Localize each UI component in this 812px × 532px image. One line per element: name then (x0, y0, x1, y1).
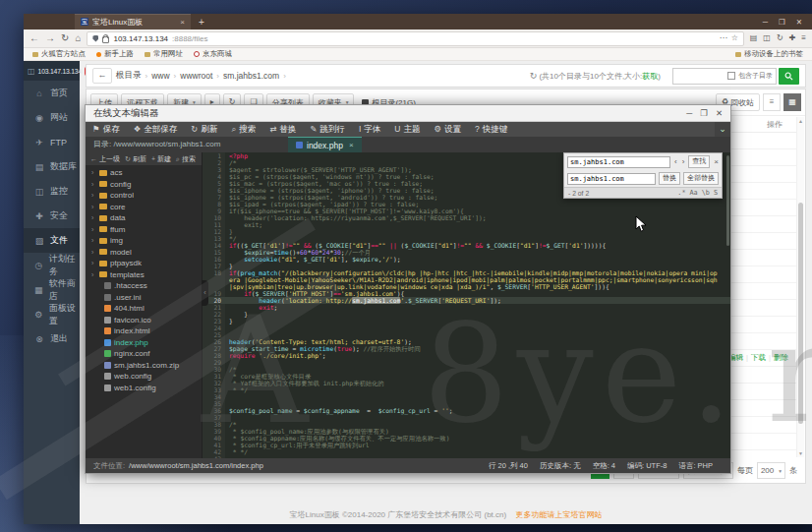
replace-all-button[interactable]: 全部替换 (683, 172, 719, 185)
tree-file[interactable]: favicon.ico (86, 315, 202, 326)
tab-close-icon[interactable]: × (349, 141, 354, 149)
back-button[interactable]: ← (92, 68, 112, 84)
tree-folder[interactable]: ›img (86, 235, 202, 247)
tree-file[interactable]: index.html (86, 325, 202, 337)
sidebar-item-settings[interactable]: ⚙面板设置 (24, 302, 80, 326)
breadcrumb-item[interactable]: wwwroot (180, 71, 212, 81)
editor-tool-replace[interactable]: ⇄替换 (262, 122, 303, 137)
code-line[interactable]: 37 (203, 414, 730, 421)
code-line[interactable]: 36$config_pool_name = $config_appname = … (203, 407, 730, 414)
reload-icon[interactable]: ↻ (61, 33, 69, 43)
code-line[interactable]: 21 exit; (203, 304, 730, 311)
tree-folder[interactable]: ›data (86, 212, 202, 224)
tree-file[interactable]: .htaccess (86, 280, 202, 292)
editor-tool-hotkey[interactable]: ?快捷键 (468, 122, 514, 137)
find-input[interactable] (567, 156, 670, 168)
minimize-icon[interactable]: ─ (763, 18, 768, 27)
bookmark-star-icon[interactable]: ☆ (731, 34, 738, 42)
code-line[interactable]: 25 (203, 331, 730, 338)
sidebar-item-security[interactable]: ✚安全 (24, 204, 80, 228)
sidebar-item-files[interactable]: ▨文件 (24, 228, 80, 253)
breadcrumb-item[interactable]: 根目录 (116, 70, 142, 82)
bookmark-item[interactable]: 新手上路 (96, 49, 134, 59)
library-icon[interactable]: ▤ (750, 34, 758, 42)
language-status[interactable]: 语言: PHP (678, 461, 713, 471)
tree-file[interactable]: web.config (86, 371, 202, 383)
editor-tool-save-all[interactable]: ❖全部保存 (127, 122, 185, 137)
sidebar-item-ftp[interactable]: ✈FTP (24, 130, 80, 154)
tree-folder[interactable]: ›model (86, 247, 202, 259)
menu-icon[interactable]: ≡ (801, 34, 806, 42)
find-button[interactable]: 查找 (688, 155, 710, 168)
code-line[interactable]: 11 exit; (203, 221, 730, 228)
editor-close-icon[interactable]: ✕ (716, 108, 723, 118)
file-op-link[interactable]: 下载 (751, 353, 766, 363)
tree-folder[interactable]: ›config (86, 179, 202, 191)
url-bar[interactable]: 103.147.13.134 :8888/files ⋯ ☆ (87, 31, 743, 46)
editor-tool-theme[interactable]: U主题 (387, 122, 427, 137)
breadcrumb-item[interactable]: sm.jahbs1.com (223, 71, 279, 81)
code-line[interactable]: 16 setcookie("d1", $_GET['d1'], $expire,… (203, 256, 730, 263)
sidebar-item-logout[interactable]: ⊗退出 (24, 326, 80, 351)
sidebar-item-database[interactable]: ▤数据库 (24, 154, 80, 179)
code-line[interactable]: 28require './core/init.php'; (203, 352, 730, 359)
find-next-icon[interactable]: › (681, 157, 686, 166)
bookmark-mobile[interactable]: 移动设备上的书签 (735, 49, 803, 59)
file-op-link[interactable]: 删除 (774, 353, 788, 363)
tree-file[interactable]: .user.ini (86, 292, 202, 304)
code-line[interactable]: 10 header('location: https://riyuanma.co… (203, 214, 730, 221)
tab-close-icon[interactable]: × (180, 18, 185, 27)
code-line[interactable]: 30/* (203, 366, 730, 373)
code-line[interactable]: 33 * */ (203, 386, 730, 393)
grid-view-toggle[interactable]: ▦ (783, 93, 801, 111)
toolbar-collapse-icon[interactable]: ⌄ (715, 122, 730, 137)
home-icon[interactable]: ⌂ (75, 33, 81, 43)
code-line[interactable]: 22 } (203, 311, 730, 318)
bookmark-item[interactable]: 京东商城 (194, 49, 232, 59)
editor-tool-save[interactable]: ⚑保存 (86, 122, 127, 137)
browser-tab[interactable]: 宝 宝塔Linux面板 × (75, 14, 191, 30)
code-line[interactable]: 40 * $config_appname:应用名称(与缓存文件有关、不一定与应用… (203, 435, 730, 442)
editor-scrollbar[interactable] (725, 152, 730, 458)
code-line[interactable]: 43 (203, 455, 730, 458)
maximize-icon[interactable]: ❐ (779, 18, 785, 27)
calc-size-link[interactable]: 获取 (642, 71, 658, 82)
code-line[interactable]: 39 * $config_pool_name:应用池参数(与权限管理有关) (203, 428, 730, 435)
code-line[interactable]: 23} (203, 318, 730, 325)
tree-btn[interactable]: ⌕搜索 (176, 154, 196, 164)
tree-folder[interactable]: ›ffum (86, 224, 202, 236)
new-tab-button[interactable]: + (199, 17, 204, 28)
extensions-icon[interactable]: ✚ (789, 34, 796, 42)
sidebar-item-home[interactable]: ⌂首页 (24, 81, 80, 105)
encoding-status[interactable]: 编码: UTF-8 (627, 461, 667, 471)
code-line[interactable]: 31 * core是框架核心文件目录 (203, 373, 730, 380)
bookmark-item[interactable]: 火狐官方站点 (32, 49, 86, 59)
breadcrumb-item[interactable]: www (151, 71, 169, 81)
tree-file[interactable]: nginx.conf (86, 348, 202, 360)
editor-tool-search[interactable]: ⌕搜索 (224, 122, 262, 137)
find-prev-icon[interactable]: ‹ (673, 157, 678, 166)
code-line[interactable]: 42 * */ (203, 448, 730, 455)
indent-status[interactable]: 空格: 4 (593, 461, 615, 471)
scroll-down-icon[interactable]: ▼ (797, 450, 804, 456)
table-scrollbar[interactable]: ▲ ▼ (796, 117, 804, 457)
tree-folder[interactable]: ›core (86, 202, 202, 213)
code-editor[interactable]: 1<?php2/*3$agent = strtolower($_SERVER['… (203, 152, 730, 458)
code-line[interactable]: 19 if($_SERVER['HTTP_HOST']=='sm.jahbs1.… (203, 290, 730, 297)
footer-link[interactable]: 更多功能请上宝塔官网站 (515, 510, 602, 519)
code-line[interactable]: 18if(preg_match("/(blackberry|configurat… (203, 269, 730, 290)
code-line[interactable]: 17} (203, 263, 730, 269)
lock-icon[interactable] (102, 36, 109, 43)
tree-btn[interactable]: ←上一级 (90, 154, 120, 164)
scroll-up-icon[interactable]: ▲ (797, 118, 804, 124)
code-line[interactable]: 8$is_ipad = (strpos($agent, 'ipad')) ? t… (203, 201, 730, 207)
bookmark-item[interactable]: 常用网址 (145, 49, 183, 59)
tree-btn[interactable]: +新建 (151, 154, 171, 164)
back-icon[interactable]: ← (29, 33, 39, 43)
code-line[interactable]: 38/* (203, 421, 730, 428)
code-line[interactable]: 29 (203, 359, 730, 366)
search-toggle[interactable]: \b (702, 189, 710, 197)
forward-icon[interactable]: → (45, 33, 55, 43)
editor-tool-gear[interactable]: ⚙设置 (427, 122, 468, 137)
refresh-icon[interactable]: ↻ (530, 71, 538, 81)
